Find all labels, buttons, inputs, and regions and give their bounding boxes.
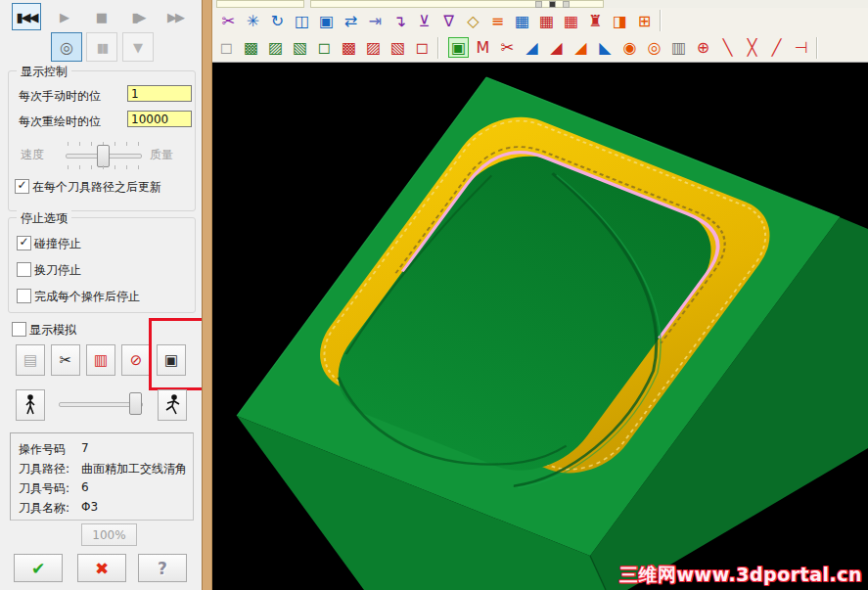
verify-cut-icon[interactable]: ✂ (497, 37, 518, 58)
tower-chart-icon[interactable]: ♜ (585, 11, 606, 31)
results-book-button[interactable]: ▤ (16, 344, 45, 376)
swap-axes-icon[interactable]: ⇄ (341, 11, 361, 31)
tool-number-label: 刀具号码: (19, 481, 69, 495)
loop-mode-button[interactable]: ◎ (51, 32, 82, 62)
update-after-toolpath-label: 在每个刀具路径之后更新 (32, 179, 161, 196)
step-button[interactable]: ▮▶ (123, 3, 153, 30)
collision-stop-checkbox[interactable]: ✓ (17, 236, 31, 250)
filter-plane-icon[interactable]: ∇ (438, 11, 459, 31)
chart-bars-icon: ▥ (94, 351, 108, 369)
stock-display-icon[interactable]: ▣ (448, 37, 469, 58)
quality-label: 质量 (150, 147, 173, 163)
circle-center-icon[interactable]: ⊕ (693, 37, 713, 58)
cancel-button[interactable]: ✖ (77, 554, 126, 582)
ok-button[interactable]: ✔ (14, 554, 63, 582)
drop-arrow-icon[interactable]: ↴ (389, 11, 410, 31)
flowline-c-icon[interactable]: ◢ (571, 37, 591, 58)
move-entity-icon[interactable]: ▣ (316, 11, 337, 31)
grid-mixed-icon[interactable]: ▦ (561, 11, 581, 31)
pin-point-icon[interactable]: ✳ (243, 11, 263, 31)
simulation-control-panel: ▮◀◀ ▶ ■ ▮▶ ▶▶ ◎ ▮▮ ▼ 显示控制 每次手动时的位 每次重绘时的… (0, 0, 202, 590)
point-end-icon[interactable]: ⊣ (791, 37, 811, 58)
grid-blue-icon[interactable]: ▦ (512, 11, 532, 31)
toolchange-stop-label: 换刀停止 (34, 262, 81, 279)
update-after-toolpath-checkbox[interactable]: ✓ (15, 179, 29, 194)
filter-mode-button[interactable]: ▼ (122, 32, 154, 62)
tool-number-row: 刀具号码:6 (19, 480, 69, 497)
ball-path-b-icon[interactable]: ◎ (644, 37, 664, 58)
redraw-step-input[interactable] (127, 111, 192, 127)
flowline-d-icon[interactable]: ◣ (595, 37, 616, 58)
section-cut-button[interactable]: ✂ (51, 344, 80, 376)
stop-button[interactable]: ■ (86, 3, 115, 30)
pause-icon: ▮▮ (97, 40, 107, 55)
loop-icon: ◎ (60, 38, 73, 57)
walking-person-icon (23, 394, 38, 416)
funnel-icon: ▼ (133, 40, 143, 55)
running-person-icon (163, 394, 181, 416)
press-depth-icon[interactable]: ⊻ (414, 11, 434, 31)
stock-cube-open-icon[interactable]: ▧ (290, 37, 310, 58)
copy-entity-icon[interactable]: ◫ (292, 11, 312, 31)
tool-name-label: 刀具名称: (19, 501, 69, 515)
export-arrow-icon[interactable]: ⇥ (365, 11, 386, 31)
point-line-b-icon[interactable]: ╱ (766, 37, 787, 58)
flowline-b-icon[interactable]: ◢ (546, 37, 567, 58)
edit-diamond-icon[interactable]: ◇ (463, 11, 483, 31)
tool-cube-open-icon[interactable]: ▧ (388, 37, 408, 58)
speed-quality-slider-thumb[interactable] (97, 145, 110, 167)
play-button[interactable]: ▶ (49, 3, 78, 30)
ok-check-icon: ✔ (31, 559, 45, 578)
operation-number-row: 操作号码7 (19, 441, 66, 458)
progress-percent-button[interactable]: 100% (81, 523, 137, 546)
fast-forward-button[interactable]: ▶▶ (160, 3, 190, 30)
update-after-toolpath-check: ✓ (17, 178, 26, 192)
cube-clip-icon[interactable]: ◻ (216, 37, 237, 58)
toolchange-stop-checkbox[interactable] (17, 262, 31, 277)
tool-cube-solid-icon[interactable]: ▩ (339, 37, 359, 58)
point-cross-icon[interactable]: ╳ (742, 37, 762, 58)
table-export-icon[interactable]: ◨ (610, 11, 630, 31)
display-simulation-checkbox[interactable] (12, 322, 26, 337)
run-speed-button[interactable] (158, 389, 187, 421)
speed-label: 速度 (21, 147, 44, 163)
operation-number-label: 操作号码 (19, 442, 66, 456)
stock-cube-shade-icon[interactable]: ▨ (265, 37, 286, 58)
ball-path-a-icon[interactable]: ◉ (619, 37, 640, 58)
fast-forward-icon: ▶▶ (167, 10, 183, 24)
stock-cube-wire-icon[interactable]: ◻ (314, 37, 335, 58)
machine-m-icon[interactable]: M (473, 37, 493, 58)
clipped-toolbar-row (212, 0, 868, 8)
help-button[interactable]: ? (138, 554, 187, 582)
regen-rotate-icon[interactable]: ↻ (267, 11, 288, 31)
stock-cube-solid-icon[interactable]: ▩ (241, 37, 261, 58)
operation-info-box: 操作号码7 刀具路径:曲面精加工交线清角 刀具号码:6 刀具名称:Φ3 (10, 432, 194, 521)
rewind-icon: ▮◀◀ (16, 10, 36, 24)
clipped-box-2 (549, 1, 556, 8)
help-question-icon: ? (158, 559, 167, 578)
redraw-step-label: 每次重绘时的位 (19, 113, 101, 130)
pause-mode-button[interactable]: ▮▮ (86, 32, 117, 62)
walk-run-slider-thumb[interactable] (129, 392, 142, 415)
tool-cube-wire-icon[interactable]: ◻ (412, 37, 433, 58)
walk-speed-button[interactable] (16, 389, 45, 421)
collision-stop-check: ✓ (19, 235, 28, 249)
zoom-disabled-button[interactable]: ⊘ (121, 344, 151, 376)
chart-bars-button[interactable]: ▥ (86, 344, 115, 376)
list-lines-icon[interactable]: ≡ (487, 11, 508, 31)
grid-frame-icon[interactable]: ⊞ (634, 11, 655, 31)
display-simulation-label: 显示模拟 (29, 322, 76, 339)
3d-viewport[interactable]: 三维网www.3dportal.cn (212, 63, 868, 590)
drill-bit-icon[interactable]: ▥ (668, 37, 689, 58)
tool-cube-shade-icon[interactable]: ▨ (363, 37, 384, 58)
rewind-button[interactable]: ▮◀◀ (12, 3, 41, 30)
manual-step-input[interactable] (127, 85, 192, 102)
point-line-a-icon[interactable]: ╲ (717, 37, 738, 58)
flowline-a-icon[interactable]: ◢ (522, 37, 542, 58)
trim-scissors-icon[interactable]: ✂ (218, 11, 239, 31)
grid-red-icon[interactable]: ▦ (536, 11, 557, 31)
panel-divider-strip[interactable] (202, 0, 212, 590)
display-control-group: 显示控制 每次手动时的位 每次重绘时的位 速度 质量 ✓ 在每个刀具路径之后更新 (8, 70, 196, 211)
toolbar-separator (437, 37, 439, 59)
operation-stop-checkbox[interactable] (17, 289, 31, 303)
